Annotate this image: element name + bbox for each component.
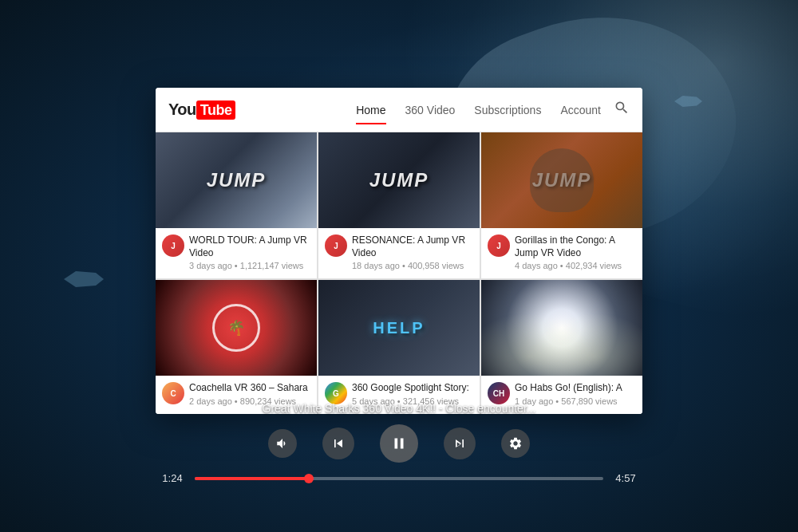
video-card-6[interactable]: CH Go Habs Go! (English): A 1 day ago • … (481, 280, 642, 414)
media-controls: Great White Sharks 360 Video 4K!! - Clos… (0, 402, 798, 484)
yt-logo[interactable]: YouTube (168, 100, 235, 119)
video-stats-2: 18 days ago • 400,958 views (352, 261, 473, 270)
video-card-3[interactable]: JUMP J Gorillas in the Congo: A Jump VR … (481, 132, 642, 278)
progress-thumb (304, 474, 314, 483)
channel-avatar-6: CH (488, 382, 510, 404)
controls-row (268, 424, 530, 463)
video-grid: JUMP J WORLD TOUR: A Jump VR Video 3 day… (156, 132, 642, 414)
gorilla-silhouette (530, 148, 594, 212)
video-title-3: Gorillas in the Congo: A Jump VR Video (515, 234, 636, 259)
channel-avatar-2: J (325, 234, 347, 257)
jump-logo-1: JUMP (207, 169, 267, 191)
video-thumb-4: 🌴 (156, 280, 317, 376)
coachella-circle: 🌴 (212, 304, 260, 352)
video-title-1: WORLD TOUR: A Jump VR Video (189, 234, 310, 259)
video-thumb-6 (481, 280, 642, 376)
yt-header: YouTube Home 360 Video Subscriptions Acc… (156, 88, 642, 132)
nav-account[interactable]: Account (560, 97, 601, 123)
video-title-2: RESONANCE: A Jump VR Video (352, 234, 473, 259)
progress-track[interactable] (195, 477, 603, 480)
video-title-6: Go Habs Go! (English): A (515, 382, 636, 395)
stadium-lights (481, 280, 642, 376)
channel-avatar-1: J (162, 234, 184, 257)
current-time: 1:24 (160, 472, 185, 484)
skip-back-button[interactable] (322, 428, 354, 459)
jump-logo-2: JUMP (369, 169, 429, 191)
main-nav: Home 360 Video Subscriptions Account (356, 97, 601, 123)
video-thumb-5: HELP (318, 280, 480, 376)
video-info-2: J RESONANCE: A Jump VR Video 18 days ago… (318, 228, 480, 278)
search-icon[interactable] (614, 100, 630, 120)
channel-avatar-5: G (325, 382, 347, 404)
fish-silhouette-1 (64, 271, 104, 287)
video-stats-3: 4 days ago • 402,934 views (515, 261, 636, 270)
nav-home[interactable]: Home (356, 97, 385, 123)
video-card-4[interactable]: 🌴 C Coachella VR 360 – Sahara 2 days ago… (156, 280, 317, 414)
skip-forward-button[interactable] (444, 428, 476, 459)
video-thumb-2: JUMP (318, 132, 480, 228)
volume-button[interactable] (268, 429, 297, 458)
video-meta-3: Gorillas in the Congo: A Jump VR Video 4… (515, 234, 636, 270)
help-text: HELP (373, 319, 425, 337)
settings-button[interactable] (501, 429, 530, 458)
logo-you: You (168, 100, 196, 118)
coachella-icon: 🌴 (227, 319, 245, 337)
video-title-4: Coachella VR 360 – Sahara (189, 382, 310, 395)
video-meta-1: WORLD TOUR: A Jump VR Video 3 days ago •… (189, 234, 310, 270)
channel-avatar-4: C (162, 382, 184, 404)
video-thumb-3: JUMP (481, 132, 642, 228)
logo-text: YouTube (168, 100, 235, 119)
video-info-3: J Gorillas in the Congo: A Jump VR Video… (481, 228, 642, 278)
video-meta-2: RESONANCE: A Jump VR Video 18 days ago •… (352, 234, 473, 270)
play-pause-button[interactable] (380, 424, 418, 463)
total-time: 4:57 (613, 472, 638, 484)
nav-360video[interactable]: 360 Video (405, 97, 456, 123)
logo-tube: Tube (196, 100, 236, 120)
nav-subscriptions[interactable]: Subscriptions (474, 97, 541, 123)
progress-fill (195, 477, 309, 480)
video-card-2[interactable]: JUMP J RESONANCE: A Jump VR Video 18 day… (318, 132, 480, 278)
video-card-1[interactable]: JUMP J WORLD TOUR: A Jump VR Video 3 day… (156, 132, 317, 278)
video-title-5: 360 Google Spotlight Story: (352, 382, 473, 395)
video-stats-1: 3 days ago • 1,121,147 views (189, 261, 310, 270)
video-info-1: J WORLD TOUR: A Jump VR Video 3 days ago… (156, 228, 317, 278)
channel-avatar-3: J (488, 234, 510, 257)
video-thumb-1: JUMP (156, 132, 317, 228)
progress-container: 1:24 4:57 (160, 472, 638, 484)
now-playing-title: Great White Sharks 360 Video 4K!! - Clos… (263, 402, 536, 415)
video-card-5[interactable]: HELP G 360 Google Spotlight Story: 5 day… (318, 280, 480, 414)
youtube-panel: YouTube Home 360 Video Subscriptions Acc… (156, 88, 642, 414)
fish-silhouette-2 (674, 96, 702, 107)
